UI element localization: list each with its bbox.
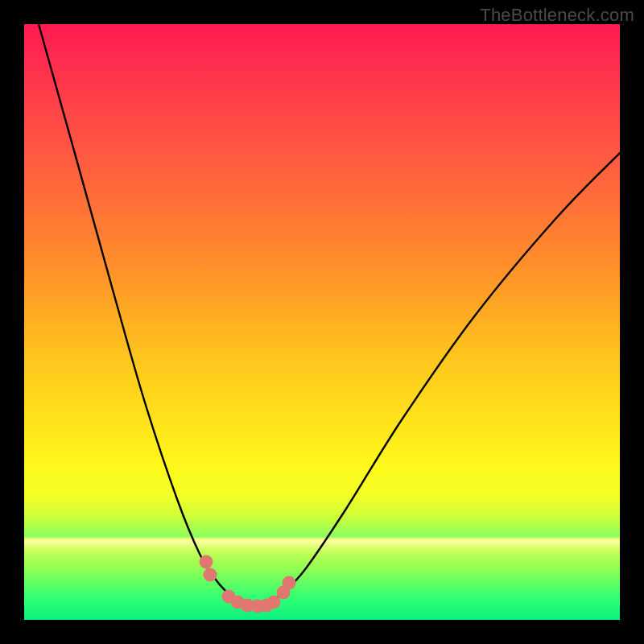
chart-plot-area <box>24 24 620 620</box>
valley-dot <box>204 568 217 582</box>
valley-dot <box>267 596 281 609</box>
valley-dot <box>283 576 296 590</box>
bottleneck-curve <box>39 24 620 605</box>
chart-svg <box>24 24 620 620</box>
valley-dot <box>200 555 213 569</box>
chart-frame: TheBottleneck.com <box>0 0 644 644</box>
valley-dots <box>200 555 296 613</box>
watermark-text: TheBottleneck.com <box>480 5 634 26</box>
